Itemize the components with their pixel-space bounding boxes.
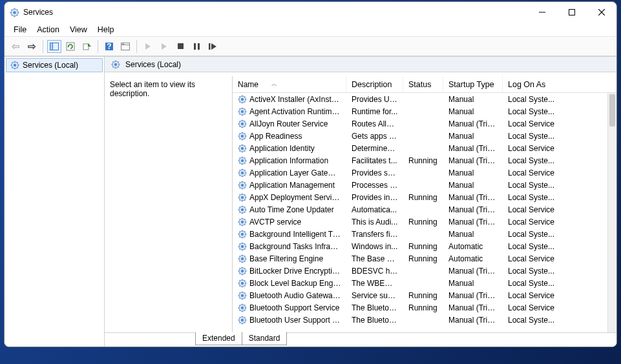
right-header: Services (Local): [105, 57, 616, 72]
table-row[interactable]: Application ManagementProcesses in...Man…: [233, 179, 616, 191]
minimize-button[interactable]: [527, 2, 557, 23]
table-row[interactable]: Bluetooth Support ServiceThe Bluetoo...R…: [233, 301, 616, 314]
service-description: The WBENG...: [346, 279, 403, 288]
table-row[interactable]: App ReadinessGets apps re...ManualLocal …: [233, 130, 616, 142]
detail-prompt: Select an item to view its description.: [110, 80, 195, 98]
column-headers: Name︿ Description Status Startup Type Lo…: [233, 76, 616, 93]
column-description[interactable]: Description: [346, 76, 403, 92]
gear-icon: [238, 107, 247, 116]
back-button[interactable]: ⇦: [8, 40, 23, 53]
gear-icon: [238, 205, 247, 214]
service-logon: Local Syste...: [503, 193, 607, 202]
window-title: Services: [23, 8, 53, 17]
pause-service-button[interactable]: [189, 40, 204, 53]
column-name[interactable]: Name︿: [233, 76, 346, 92]
service-status: Running: [403, 193, 443, 202]
stop-service-button[interactable]: [173, 40, 187, 53]
gear-icon: [238, 132, 247, 141]
close-button[interactable]: [587, 2, 616, 23]
table-row[interactable]: Bluetooth Audio Gateway S...Service sup.…: [233, 289, 616, 301]
menu-help[interactable]: Help: [98, 25, 114, 34]
service-status: Running: [403, 291, 443, 300]
scrollbar-thumb[interactable]: [609, 94, 615, 126]
restart-service-button[interactable]: [205, 40, 220, 53]
service-logon: Local Syste...: [503, 107, 607, 116]
service-name: AllJoyn Router Service: [249, 119, 328, 128]
service-name: Application Information: [249, 156, 328, 165]
table-row[interactable]: Agent Activation Runtime_...Runtime for.…: [233, 105, 616, 117]
service-description: Provides su...: [346, 168, 403, 177]
sort-caret-icon: ︿: [271, 80, 277, 88]
service-startup-type: Manual (Trig...: [443, 303, 503, 312]
service-startup-type: Manual: [443, 168, 503, 177]
menu-view[interactable]: View: [70, 25, 87, 34]
service-name: Bluetooth Audio Gateway S...: [249, 291, 341, 300]
service-name: AVCTP service: [249, 217, 301, 227]
service-startup-type: Manual: [443, 95, 503, 104]
menu-action[interactable]: Action: [37, 25, 59, 34]
table-row[interactable]: Auto Time Zone UpdaterAutomatica...Manua…: [233, 203, 616, 216]
tab-standard[interactable]: Standard: [242, 332, 288, 345]
service-logon: Local Service: [503, 205, 607, 214]
service-status: Running: [403, 254, 443, 263]
forward-button[interactable]: ⇨: [25, 40, 39, 53]
start-service-button[interactable]: [141, 40, 155, 53]
detail-pane: Select an item to view its description.: [105, 76, 233, 347]
table-row[interactable]: ActiveX Installer (AxInstSV)Provides Us.…: [233, 93, 616, 105]
service-logon: Local Syste...: [503, 181, 607, 190]
show-hide-tree-button[interactable]: [47, 40, 61, 53]
service-list: Name︿ Description Status Startup Type Lo…: [233, 76, 616, 347]
table-row[interactable]: Application Layer Gateway ...Provides su…: [233, 167, 616, 179]
properties-button[interactable]: [118, 40, 132, 53]
service-startup-type: Manual (Trig...: [443, 193, 503, 202]
table-row[interactable]: AllJoyn Router ServiceRoutes AllJo...Man…: [233, 117, 616, 130]
gear-icon: [10, 61, 19, 70]
column-log-on-as[interactable]: Log On As: [503, 76, 607, 92]
tree-node-services-local[interactable]: Services (Local): [6, 58, 103, 72]
gear-icon: [238, 303, 247, 312]
help-button[interactable]: ?: [102, 40, 116, 53]
table-row[interactable]: Block Level Backup Engine ...The WBENG..…: [233, 277, 616, 289]
table-row[interactable]: Background Tasks Infrastruc...Windows in…: [233, 240, 616, 252]
table-row[interactable]: Background Intelligent Tran...Transfers …: [233, 228, 616, 240]
vertical-scrollbar[interactable]: [607, 93, 616, 347]
export-button[interactable]: [79, 40, 94, 53]
service-description: BDESVC hos...: [346, 267, 403, 276]
column-status[interactable]: Status: [403, 76, 443, 92]
maximize-button[interactable]: [557, 2, 587, 23]
service-description: The Base Fil...: [346, 254, 403, 263]
service-description: Provides Us...: [346, 95, 403, 104]
column-startup-type[interactable]: Startup Type: [443, 76, 503, 92]
gear-icon: [238, 95, 247, 104]
service-logon: Local Syste...: [503, 267, 607, 276]
table-row[interactable]: AVCTP serviceThis is Audi...RunningManua…: [233, 216, 616, 228]
service-name: Base Filtering Engine: [249, 254, 323, 263]
service-startup-type: Manual: [443, 132, 503, 141]
service-startup-type: Manual: [443, 181, 503, 190]
service-description: Transfers fil...: [346, 230, 403, 239]
service-startup-type: Manual (Trig...: [443, 316, 503, 325]
tab-extended[interactable]: Extended: [195, 332, 242, 345]
service-description: The Bluetoo...: [346, 303, 403, 312]
svg-marker-19: [88, 43, 91, 46]
table-row[interactable]: AppX Deployment Service (...Provides inf…: [233, 191, 616, 203]
service-startup-type: Manual: [443, 230, 503, 239]
table-row[interactable]: BitLocker Drive Encryption ...BDESVC hos…: [233, 265, 616, 277]
menu-file[interactable]: File: [14, 25, 26, 34]
svg-marker-25: [145, 43, 151, 50]
refresh-button[interactable]: [63, 40, 78, 53]
table-row[interactable]: Application InformationFacilitates t...R…: [233, 154, 616, 167]
gear-icon: [238, 156, 247, 165]
table-row[interactable]: Application IdentityDetermines ...Manual…: [233, 142, 616, 154]
service-logon: Local Service: [503, 217, 607, 227]
service-rows: ActiveX Installer (AxInstSV)Provides Us.…: [233, 93, 616, 347]
table-row[interactable]: Base Filtering EngineThe Base Fil...Runn…: [233, 252, 616, 265]
start-service-button-2[interactable]: [157, 40, 171, 53]
svg-rect-15: [50, 43, 53, 50]
table-row[interactable]: Bluetooth User Support Ser...The Bluetoo…: [233, 314, 616, 326]
service-status: Running: [403, 242, 443, 251]
service-name: Background Tasks Infrastruc...: [249, 242, 341, 251]
svg-rect-30: [209, 43, 211, 50]
service-status: Running: [403, 217, 443, 227]
gear-icon: [238, 230, 247, 239]
